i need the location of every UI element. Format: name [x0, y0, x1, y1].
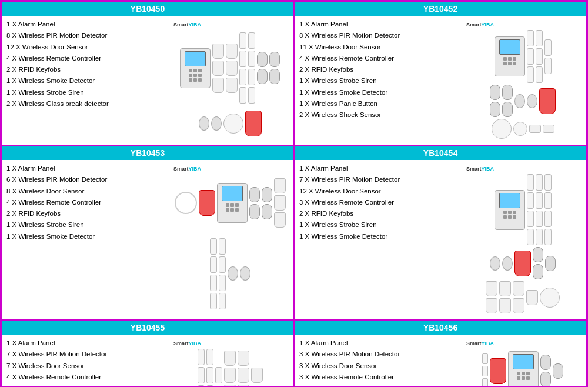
cell-list-YB10456: 1 X Alarm Panel 3 X Wireless PIR Motion … [299, 338, 460, 387]
cell-body-YB10455: 1 X Alarm Panel 7 X Wireless PIR Motion … [2, 335, 293, 387]
cell-image-YB10454: SmartYIBA [464, 164, 582, 316]
pir-icon [226, 44, 238, 59]
list-item: 2 X RFID Keyfobs [6, 209, 168, 219]
door-sensor-icon [536, 30, 543, 46]
cell-header-YB10452: YB10452 [295, 2, 586, 16]
cell-list-YB10450: 1 X Alarm Panel 8 X Wireless PIR Motion … [6, 19, 168, 141]
product-scene [171, 338, 289, 387]
door-sensor-icon [544, 192, 552, 209]
door-sensor-icon [544, 39, 552, 56]
keyfob-icon [228, 266, 238, 281]
remote-icon [257, 69, 268, 84]
cell-list-YB10452: 1 X Alarm Panel 8 X Wireless PIR Motion … [299, 19, 460, 141]
pir-icon [499, 298, 511, 313]
cell-image-YB10452: SmartYIBA [464, 19, 582, 141]
cell-image-YB10453: SmartYIBA [171, 164, 289, 316]
shock-sensor-icon [543, 125, 554, 133]
list-item: 8 X Wireless PIR Motion Detector [299, 31, 460, 41]
product-scene [171, 19, 289, 141]
smoke-detector-icon [540, 288, 560, 308]
remote-icon [257, 52, 268, 67]
list-item: 4 X Wireless Remote Controller [6, 54, 168, 64]
list-item: 1 X Alarm Panel [6, 338, 168, 348]
cell-header-YB10455: YB10455 [2, 321, 293, 335]
door-sensor-icon [206, 349, 213, 365]
cell-list-YB10455: 1 X Alarm Panel 7 X Wireless PIR Motion … [6, 338, 168, 387]
pir-icon [226, 78, 238, 93]
list-item: 3 X Wireless Remote Controller [299, 198, 460, 208]
alarm-panel-icon [180, 48, 211, 88]
door-sensor-icon [536, 229, 543, 245]
keyfob-icon [211, 116, 222, 131]
pir-icon [251, 368, 263, 383]
list-item: 4 X Wireless Remote Controller [6, 372, 168, 382]
pir-icon [274, 195, 286, 211]
smoke-detector-icon [492, 119, 512, 139]
pir-icon [224, 351, 236, 366]
keyfob-icon [490, 256, 500, 271]
cell-header-YB10454: YB10454 [295, 146, 586, 160]
cell-YB10456: YB10456 1 X Alarm Panel 3 X Wireless PIR… [294, 320, 587, 387]
cell-header-YB10456: YB10456 [295, 321, 586, 335]
product-scene [171, 164, 289, 316]
cell-YB10453: YB10453 1 X Alarm Panel 6 X Wireless PIR… [1, 145, 294, 320]
door-sensor-icon [536, 66, 543, 83]
door-sensor-icon [527, 30, 534, 46]
remote-icon [545, 256, 556, 271]
door-sensor-icon [544, 211, 552, 227]
pir-icon [238, 385, 249, 387]
list-item: 1 X Wireless Smoke Detector [299, 232, 460, 242]
list-item: 2 X Wireless Shock Sensor [299, 110, 460, 120]
list-item: 8 X Wireless PIR Motion Detector [6, 31, 168, 41]
door-sensor-icon [536, 174, 543, 191]
door-sensor-icon [248, 69, 255, 85]
remote-icon [540, 372, 551, 387]
alarm-panel-icon [495, 36, 525, 76]
remote-icon [502, 102, 513, 117]
remote-icon [533, 264, 543, 279]
door-sensor-icon [544, 229, 552, 245]
door-sensor-icon [219, 256, 226, 273]
door-sensor-icon [536, 192, 543, 209]
cell-body-YB10453: 1 X Alarm Panel 6 X Wireless PIR Motion … [2, 160, 293, 319]
door-sensor-icon [206, 367, 213, 383]
pir-icon [274, 212, 286, 228]
list-item: 7 X Wireless PIR Motion Detector [6, 349, 168, 359]
door-sensor-icon [248, 87, 255, 104]
smoke-detector-icon [175, 192, 197, 214]
list-item: 1 X Wireless Strobe Siren [6, 220, 168, 230]
door-sensor-icon [198, 367, 205, 383]
list-item: 1 X Wireless Strobe Siren [299, 76, 460, 86]
list-item: 7 X Wireless Door Sensor [6, 361, 168, 371]
list-item: 3 X Wireless Remote Controller [299, 372, 460, 382]
list-item: 1 X Wireless Panic Button [299, 99, 460, 109]
remote-icon [269, 52, 280, 67]
cell-body-YB10454: 1 X Alarm Panel 7 X Wireless PIR Motion … [295, 160, 586, 319]
remote-icon [533, 247, 543, 262]
list-item: 2 X Wireless Glass break detector [6, 99, 168, 109]
pir-icon [212, 44, 224, 59]
pir-icon [226, 61, 238, 76]
list-item: 1 X Alarm Panel [299, 164, 460, 174]
door-sensor-icon [527, 66, 534, 83]
list-item: 2 X RFID Keyfobs [6, 65, 168, 75]
siren-icon [199, 190, 215, 216]
remote-icon [249, 204, 260, 219]
list-item: 1 X Wireless Smoke Detector [299, 88, 460, 98]
cell-list-YB10454: 1 X Alarm Panel 7 X Wireless PIR Motion … [299, 164, 460, 316]
list-item: 12 X Wireless Door Sensor [6, 42, 168, 52]
list-item: 3 X Wireless Door Sensor [299, 361, 460, 371]
door-sensor-icon [239, 32, 246, 49]
door-sensor-icon [210, 238, 217, 255]
siren-icon [539, 88, 556, 114]
list-item: 1 X Wireless Smoke Detector [6, 76, 168, 86]
siren-icon [490, 358, 506, 384]
door-sensor-icon [210, 256, 217, 273]
alarm-panel-icon [217, 183, 248, 223]
remote-icon [249, 187, 260, 202]
list-item: 1 X Alarm Panel [6, 164, 168, 174]
door-sensor-icon [536, 48, 543, 65]
remote-icon [490, 102, 500, 117]
list-item: 2 X RFID Keyfobs [299, 65, 460, 75]
keyfob-icon [527, 94, 537, 108]
